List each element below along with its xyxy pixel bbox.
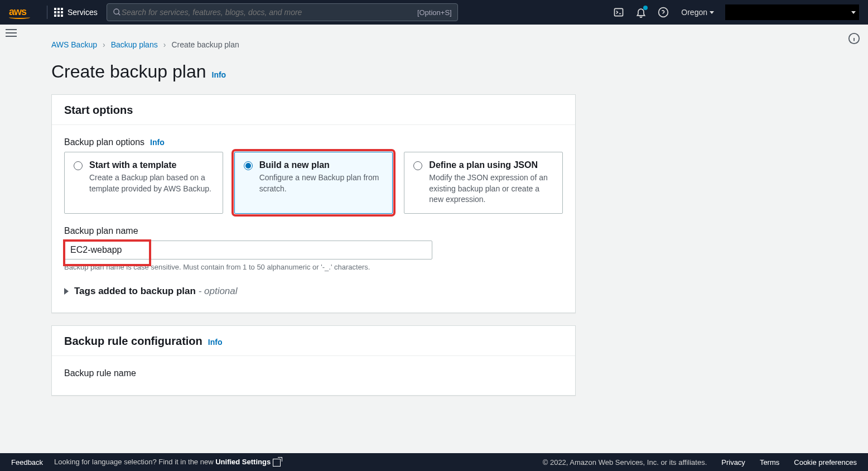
- hamburger-icon: [6, 32, 17, 33]
- nav-divider: [47, 6, 47, 19]
- search-icon: [113, 8, 122, 17]
- cookies-link[interactable]: Cookie preferences: [794, 458, 857, 467]
- svg-line-1: [118, 13, 120, 15]
- chevron-right-icon: ›: [163, 40, 166, 49]
- plan-name-label: Backup plan name: [64, 226, 563, 236]
- rule-config-panel: Backup rule configuration Info Backup ru…: [51, 325, 576, 396]
- grid-icon: [54, 8, 63, 17]
- option-title: Build a new plan: [259, 160, 384, 170]
- svg-rect-2: [615, 8, 623, 16]
- page-title: Create backup plan Info: [51, 61, 835, 82]
- aws-logo[interactable]: aws: [9, 6, 30, 19]
- page-content: AWS Backup › Backup plans › Create backu…: [51, 40, 835, 453]
- start-options-panel: Start options Backup plan options Info S…: [51, 94, 576, 313]
- cloudshell-icon[interactable]: [613, 7, 624, 18]
- chevron-right-icon: ›: [103, 40, 105, 49]
- rule-config-heading: Backup rule configuration: [64, 335, 202, 348]
- region-selector[interactable]: Oregon: [681, 8, 714, 17]
- feedback-link[interactable]: Feedback: [11, 458, 43, 467]
- footer: Feedback Looking for language selection?…: [0, 453, 868, 471]
- chevron-down-icon: [710, 11, 714, 14]
- backup-plan-options-label: Backup plan options: [64, 137, 144, 147]
- breadcrumb-root[interactable]: AWS Backup: [51, 40, 97, 49]
- plan-name-input[interactable]: [64, 241, 432, 259]
- triangle-right-icon: [64, 288, 69, 295]
- option-desc: Create a Backup plan based on a template…: [89, 172, 214, 194]
- search-box[interactable]: [Option+S]: [107, 3, 458, 21]
- start-options-heading: Start options: [64, 104, 563, 117]
- top-nav: aws Services [Option+S] Oregon: [0, 0, 868, 25]
- help-icon[interactable]: [658, 7, 669, 18]
- input-highlight: [64, 241, 432, 259]
- privacy-link[interactable]: Privacy: [721, 458, 745, 467]
- search-input[interactable]: [122, 8, 417, 17]
- footer-lang-prompt: Looking for language selection? Find it …: [54, 458, 281, 467]
- plan-name-hint: Backup plan name is case sensitive. Must…: [64, 263, 563, 271]
- panel-header: Backup rule configuration Info: [52, 326, 575, 356]
- option-desc: Configure a new Backup plan from scratch…: [259, 172, 384, 194]
- account-menu[interactable]: [725, 4, 859, 20]
- unified-settings-link[interactable]: Unified Settings: [215, 458, 281, 466]
- notifications-icon[interactable]: [635, 7, 647, 18]
- breadcrumb-current: Create backup plan: [171, 40, 239, 49]
- breadcrumb-plans[interactable]: Backup plans: [111, 40, 158, 49]
- sidebar-toggle[interactable]: [6, 32, 17, 33]
- option-title: Define a plan using JSON: [429, 160, 553, 170]
- radio-icon: [74, 161, 83, 170]
- rule-name-label: Backup rule name: [64, 368, 563, 378]
- terms-link[interactable]: Terms: [760, 458, 779, 467]
- info-link[interactable]: Info: [150, 138, 165, 147]
- radio-icon: [413, 161, 422, 170]
- option-template[interactable]: Start with a template Create a Backup pl…: [64, 152, 223, 214]
- info-link[interactable]: Info: [208, 338, 223, 347]
- info-panel-toggle[interactable]: [848, 32, 860, 47]
- external-link-icon: [273, 459, 281, 467]
- breadcrumb: AWS Backup › Backup plans › Create backu…: [51, 40, 835, 49]
- copyright: © 2022, Amazon Web Services, Inc. or its…: [543, 458, 707, 467]
- tags-expander[interactable]: Tags added to backup plan - optional: [64, 286, 563, 297]
- option-build-new[interactable]: Build a new plan Configure a new Backup …: [234, 152, 393, 214]
- panel-header: Start options: [52, 95, 575, 125]
- radio-icon: [244, 161, 253, 170]
- notification-dot: [643, 6, 648, 10]
- search-shortcut: [Option+S]: [417, 8, 452, 17]
- option-desc: Modify the JSON expression of an existin…: [429, 172, 553, 205]
- option-title: Start with a template: [89, 160, 214, 170]
- services-button[interactable]: Services: [54, 8, 98, 17]
- chevron-down-icon: [851, 11, 856, 14]
- svg-point-0: [114, 9, 119, 14]
- services-label: Services: [67, 8, 98, 17]
- info-link[interactable]: Info: [212, 70, 226, 79]
- option-json[interactable]: Define a plan using JSON Modify the JSON…: [404, 152, 563, 214]
